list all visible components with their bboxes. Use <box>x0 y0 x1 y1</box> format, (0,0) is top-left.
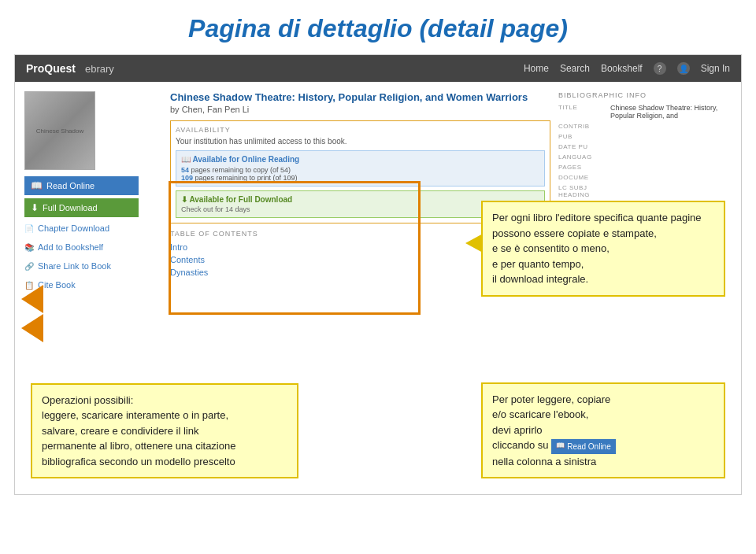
biblio-date-key: DATE PU <box>558 143 606 150</box>
avail-pages-print: 109 pages remaining to print (of 109) <box>181 174 539 182</box>
bookshelf-icon: 📚 <box>24 243 34 252</box>
avail-label: AVAILABILITY <box>176 126 545 134</box>
link-icon: 🔗 <box>24 262 34 271</box>
biblio-title-val: Chinese Shadow Theatre: History, Popular… <box>610 104 732 120</box>
action-buttons: 📖 Read Online ⬇ Full Download 📄 Chapter … <box>24 176 162 293</box>
book-cover: Chinese Shadow <box>24 91 95 170</box>
biblio-contrib-key: CONTRIB <box>558 123 606 130</box>
add-bookshelf-button[interactable]: 📚 Add to Bookshelf <box>24 239 162 255</box>
annotation-bottom-right: Per poter leggere, copiaree/o scaricare … <box>481 382 725 478</box>
left-arrow-read-online <box>21 285 43 313</box>
download-icon: ⬇ <box>31 202 39 213</box>
pq-logo: ProQuest <box>26 62 76 75</box>
chapter-download-button[interactable]: 📄 Chapter Download <box>24 220 162 236</box>
book-main-title: Chinese Shadow Theatre: History, Popular… <box>170 91 550 103</box>
book-cover-text: Chinese Shadow <box>35 126 85 136</box>
page-title: Pagina di dettaglio (detail page) <box>0 0 756 54</box>
left-arrow-full-download <box>21 314 43 342</box>
share-link-button[interactable]: 🔗 Share Link to Book <box>24 258 162 274</box>
annotation-bottom-right-post: nella colonna a sinistra <box>492 456 596 467</box>
avail-online-title: 📖 Available for Online Reading <box>181 155 539 164</box>
inline-book-icon: 📖 <box>556 441 565 452</box>
biblio-title-key: TITLE <box>558 104 606 120</box>
annotation-top-right-text: Per ogni libro l'editore specifica quant… <box>492 212 702 285</box>
inline-read-online-button[interactable]: 📖 Read Online <box>551 439 616 454</box>
nav-user-icon[interactable]: 👤 <box>677 62 690 75</box>
download-icon2: ⬇ <box>181 195 187 204</box>
nav-bookshelf[interactable]: Bookshelf <box>601 63 643 74</box>
biblio-pub-key: PUB <box>558 133 606 140</box>
nav-home[interactable]: Home <box>524 63 549 74</box>
biblio-label: BIBLIOGRAPHIC INFO <box>558 91 732 99</box>
annotation-top-right: Per ogni libro l'editore specifica quant… <box>481 201 725 297</box>
biblio-lang-key: LANGUAG <box>558 153 606 161</box>
avail-institution: Your institution has unlimited access to… <box>176 137 545 146</box>
annotation-bottom-left-text: Operazioni possibili:leggere, scaricare … <box>42 394 235 467</box>
online-icon: 📖 <box>181 155 191 164</box>
avail-pages-copy: 54 pages remaining to copy (of 54) <box>181 166 539 174</box>
read-online-button[interactable]: 📖 Read Online <box>24 176 139 195</box>
biblio-sub-key: LC SUBJ HEADING <box>558 184 606 198</box>
book-main-author: by Chen, Fan Pen Li <box>170 105 550 114</box>
avail-online-box: 📖 Available for Online Reading 54 pages … <box>176 150 545 187</box>
pq-header: ProQuest ebrary Home Search Bookshelf ? … <box>15 55 741 82</box>
nav-search[interactable]: Search <box>560 63 590 74</box>
nav-help-icon[interactable]: ? <box>654 62 666 75</box>
biblio-pages-key: PAGES <box>558 164 606 171</box>
screenshot-area: ProQuest ebrary Home Search Bookshelf ? … <box>14 54 742 495</box>
pq-ebrary: ebrary <box>85 63 114 75</box>
pq-nav: Home Search Bookshelf ? 👤 Sign In <box>524 62 730 75</box>
biblio-doc-key: DOCUME <box>558 174 606 181</box>
annotation-bottom-left: Operazioni possibili:leggere, scaricare … <box>31 383 298 479</box>
nav-signin[interactable]: Sign In <box>701 63 730 74</box>
cite-book-button[interactable]: 📋 Cite Book <box>24 277 162 293</box>
full-download-button[interactable]: ⬇ Full Download <box>24 198 139 217</box>
book-icon: 📖 <box>31 180 43 191</box>
chapter-icon: 📄 <box>24 224 34 233</box>
